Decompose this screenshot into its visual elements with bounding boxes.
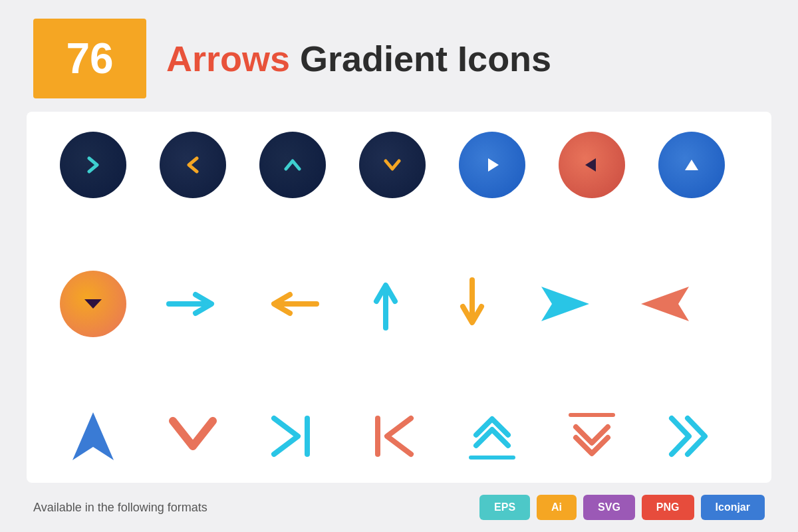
row-flat-arrows — [60, 271, 738, 337]
icon-arrow-left-orange — [259, 289, 326, 319]
icon-down-chevron-coral — [160, 413, 226, 460]
footer-text: Available in the following formats — [33, 501, 207, 515]
icon-arrow-down-orange — [446, 277, 499, 331]
svg-marker-10 — [72, 412, 114, 460]
content-area — [27, 112, 771, 483]
icon-arrow-right-cyan — [160, 289, 226, 319]
svg-marker-8 — [541, 287, 589, 321]
svg-marker-3 — [84, 299, 102, 309]
header: 76 Arrows Gradient Icons — [0, 0, 798, 112]
badge-eps[interactable]: EPS — [479, 495, 530, 520]
badge-svg[interactable]: SVG — [583, 495, 635, 520]
svg-marker-1 — [585, 158, 596, 172]
format-badges: EPS Ai SVG PNG Iconjar — [479, 495, 765, 520]
row-circles — [60, 132, 738, 198]
count-badge: 76 — [33, 19, 146, 98]
icon-nav-pointer-blue — [60, 410, 126, 463]
badge-png[interactable]: PNG — [642, 495, 694, 520]
header-title: Arrows Gradient Icons — [166, 38, 551, 79]
icon-double-up-cyan — [459, 410, 525, 463]
svg-marker-9 — [641, 287, 689, 321]
icon-play-up-blue2 — [658, 132, 725, 198]
svg-marker-0 — [488, 158, 499, 172]
icon-chevron-up-dark — [259, 132, 326, 198]
footer: Available in the following formats EPS A… — [0, 483, 798, 532]
title-rest: Gradient Icons — [290, 39, 551, 78]
icon-skip-start-coral — [359, 413, 426, 460]
icon-down-circle-grad — [60, 271, 126, 337]
icon-play-left-coral — [559, 132, 625, 198]
badge-iconjar[interactable]: Iconjar — [701, 495, 765, 520]
row-special-arrows — [60, 410, 738, 463]
svg-marker-2 — [685, 160, 698, 170]
icon-arrow-up-cyan — [359, 277, 412, 331]
badge-ai[interactable]: Ai — [537, 495, 577, 520]
icon-skip-end-cyan — [259, 413, 326, 460]
main-container: 76 Arrows Gradient Icons — [0, 0, 798, 532]
icon-double-down-coral — [559, 410, 625, 463]
icon-send-right-cyan — [532, 284, 598, 324]
icon-double-chevron-right-cyan — [658, 413, 725, 460]
title-highlight: Arrows — [166, 39, 290, 78]
icon-send-left-coral — [632, 284, 698, 324]
icon-chevron-right-dark — [60, 132, 126, 198]
icon-count: 76 — [66, 34, 113, 83]
icon-chevron-down-dark — [359, 132, 426, 198]
icon-play-right-blue — [459, 132, 525, 198]
icon-chevron-left-dark — [160, 132, 226, 198]
